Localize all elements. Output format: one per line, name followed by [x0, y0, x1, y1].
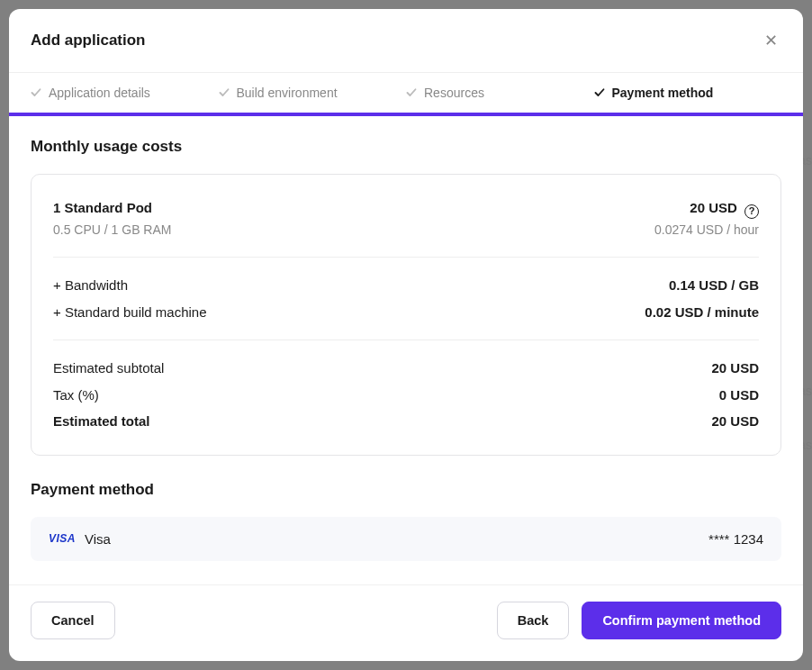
- payment-method-card[interactable]: VISA Visa **** 1234: [31, 517, 781, 561]
- modal-footer: Cancel Back Confirm payment method: [9, 584, 803, 661]
- total-value: 20 USD: [711, 410, 759, 433]
- visa-logo-icon: VISA: [49, 532, 76, 545]
- tax-value: 0 USD: [719, 384, 759, 407]
- extra-value: 0.14 USD / GB: [669, 274, 759, 297]
- extra-value: 0.02 USD / minute: [645, 301, 759, 324]
- pod-price: 20 USD: [690, 200, 737, 215]
- subtotal-value: 20 USD: [711, 357, 759, 380]
- divider: [53, 257, 759, 258]
- payment-left: VISA Visa: [49, 531, 111, 547]
- modal-title: Add application: [31, 32, 146, 50]
- check-icon: [219, 87, 230, 98]
- extra-bandwidth-row: + Bandwidth 0.14 USD / GB: [53, 274, 759, 297]
- step-build-environment[interactable]: Build environment: [219, 73, 407, 113]
- step-label: Build environment: [237, 86, 338, 100]
- step-label: Payment method: [612, 86, 714, 100]
- pod-row: 1 Standard Pod 0.5 CPU / 1 GB RAM 20 USD…: [53, 196, 759, 240]
- extra-build-machine-row: + Standard build machine 0.02 USD / minu…: [53, 301, 759, 324]
- pod-title: 1 Standard Pod: [53, 196, 171, 220]
- check-icon: [594, 87, 605, 98]
- tax-label: Tax (%): [53, 384, 99, 407]
- total-label: Estimated total: [53, 410, 150, 433]
- stepper: Application details Build environment Re…: [9, 73, 803, 116]
- divider: [53, 340, 759, 340]
- total-row: Estimated total 20 USD: [53, 410, 759, 433]
- step-application-details[interactable]: Application details: [31, 73, 219, 113]
- step-resources[interactable]: Resources: [406, 73, 594, 113]
- pod-spec: 0.5 CPU / 1 GB RAM: [53, 220, 171, 241]
- add-application-modal: Add application ✕ Application details Bu…: [9, 9, 803, 661]
- extra-label: + Bandwidth: [53, 274, 128, 297]
- step-label: Application details: [49, 86, 150, 100]
- modal-body: Monthly usage costs 1 Standard Pod 0.5 C…: [9, 116, 803, 584]
- tax-row: Tax (%) 0 USD: [53, 384, 759, 407]
- step-payment-method[interactable]: Payment method: [594, 73, 782, 113]
- close-icon: ✕: [764, 32, 778, 50]
- usage-section-title: Monthly usage costs: [31, 138, 781, 156]
- check-icon: [406, 87, 417, 98]
- payment-brand-name: Visa: [85, 531, 111, 547]
- payment-masked-number: **** 1234: [708, 531, 763, 547]
- pod-rate: 0.0274 USD / hour: [654, 220, 759, 241]
- extra-label: + Standard build machine: [53, 301, 207, 324]
- cancel-button[interactable]: Cancel: [31, 602, 115, 639]
- confirm-payment-button[interactable]: Confirm payment method: [582, 602, 781, 639]
- payment-section-title: Payment method: [31, 481, 781, 499]
- back-button[interactable]: Back: [497, 602, 570, 639]
- info-icon[interactable]: ?: [744, 204, 759, 219]
- close-button[interactable]: ✕: [761, 29, 781, 52]
- modal-header: Add application ✕: [9, 9, 803, 73]
- usage-costs-card: 1 Standard Pod 0.5 CPU / 1 GB RAM 20 USD…: [31, 174, 781, 456]
- check-icon: [31, 87, 41, 98]
- step-label: Resources: [424, 86, 484, 100]
- subtotal-label: Estimated subtotal: [53, 357, 164, 380]
- subtotal-row: Estimated subtotal 20 USD: [53, 357, 759, 380]
